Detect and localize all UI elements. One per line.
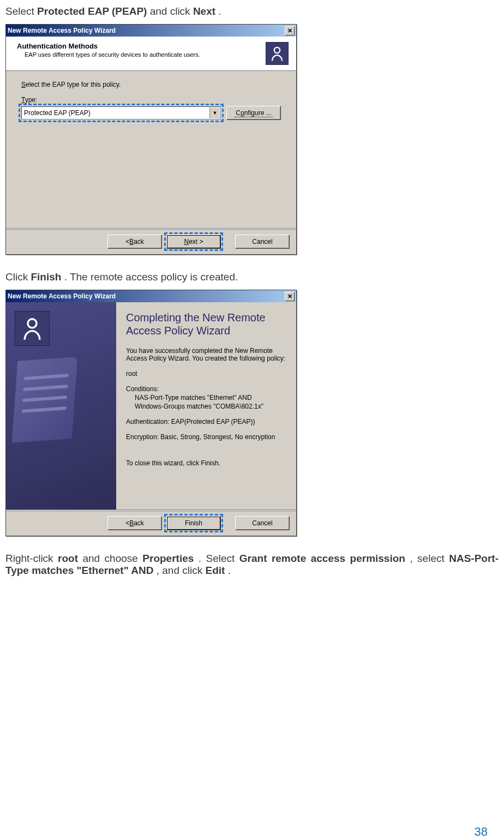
text: Right-click bbox=[5, 553, 58, 564]
window-title: New Remote Access Policy Wizard bbox=[8, 27, 116, 34]
completing-title: Completing the New Remote Access Policy … bbox=[126, 311, 286, 337]
eap-type-value: Protected EAP (PEAP) bbox=[24, 109, 91, 117]
configure-button[interactable]: Configure ... bbox=[226, 106, 281, 120]
conditions-label: Conditions: bbox=[126, 385, 286, 393]
wizard-person-icon bbox=[15, 311, 50, 346]
titlebar[interactable]: New Remote Access Policy Wizard ✕ bbox=[6, 25, 296, 37]
text: , select bbox=[410, 553, 449, 564]
instruction-1: Select Protected EAP (PEAP) and click Ne… bbox=[5, 5, 499, 17]
wizard-button-bar: < Back Next > Cancel bbox=[6, 229, 296, 254]
back-button[interactable]: < Back bbox=[107, 235, 162, 249]
svg-point-1 bbox=[28, 319, 37, 328]
text-bold: root bbox=[58, 553, 78, 564]
document-illustration-icon bbox=[12, 357, 77, 443]
policy-name: root bbox=[126, 370, 286, 377]
text-bold: Properties bbox=[142, 553, 194, 564]
text-bold: Protected EAP (PEAP) bbox=[37, 5, 147, 17]
wizard-header: Authentication Methods EAP uses differen… bbox=[6, 37, 296, 71]
summary-intro: You have successfully completed the New … bbox=[126, 347, 286, 362]
spacer bbox=[225, 516, 231, 530]
next-button[interactable]: Next > bbox=[166, 235, 221, 249]
type-row: Protected EAP (PEAP) ▼ Configure ... bbox=[21, 106, 281, 120]
wizard-auth-methods: New Remote Access Policy Wizard ✕ Authen… bbox=[5, 24, 297, 255]
document-page: Select Protected EAP (PEAP) and click Ne… bbox=[5, 5, 499, 839]
text-bold: Next bbox=[193, 5, 215, 17]
spacer bbox=[225, 235, 231, 249]
svg-point-0 bbox=[274, 47, 280, 53]
type-label: Type: bbox=[21, 96, 281, 104]
wizard-completing: New Remote Access Policy Wizard ✕ Comple… bbox=[5, 290, 297, 536]
close-icon[interactable]: ✕ bbox=[285, 292, 295, 301]
cancel-button[interactable]: Cancel bbox=[235, 516, 290, 530]
text: Select bbox=[5, 5, 37, 17]
wizard-main-panel: Completing the New Remote Access Policy … bbox=[116, 302, 296, 510]
text: . bbox=[218, 5, 221, 17]
back-button[interactable]: < Back bbox=[107, 516, 162, 530]
text: and choose bbox=[82, 553, 142, 564]
finish-button[interactable]: Finish bbox=[166, 516, 221, 530]
text-bold: Edit bbox=[205, 565, 225, 576]
text: . Select bbox=[199, 553, 239, 564]
close-instruction: To close this wizard, click Finish. bbox=[126, 459, 286, 467]
wizard-body: SSelect the EAP type for this policy.ele… bbox=[6, 71, 296, 228]
text-bold: Grant remote access permission bbox=[239, 553, 405, 564]
condition-1: NAS-Port-Type matches "Ethernet" AND bbox=[135, 394, 286, 401]
text: . bbox=[228, 565, 231, 576]
close-icon[interactable]: ✕ bbox=[285, 26, 295, 35]
header-title: Authentication Methods bbox=[17, 42, 266, 50]
instruction-3: Right-click root and choose Properties .… bbox=[5, 553, 499, 577]
authentication-line: Authentication: EAP(Protected EAP (PEAP)… bbox=[126, 418, 286, 426]
text: , and click bbox=[157, 565, 206, 576]
text-bold: Finish bbox=[31, 271, 61, 283]
text: . The remote access policy is created. bbox=[64, 271, 238, 283]
chevron-down-icon[interactable]: ▼ bbox=[209, 107, 220, 118]
wizard-body: Completing the New Remote Access Policy … bbox=[6, 302, 296, 510]
select-eap-label: SSelect the EAP type for this policy.ele… bbox=[21, 81, 281, 88]
page-number: 38 bbox=[475, 825, 488, 839]
eap-type-dropdown[interactable]: Protected EAP (PEAP) ▼ bbox=[21, 106, 221, 119]
cancel-button[interactable]: Cancel bbox=[235, 235, 290, 249]
wizard-button-bar: < Back Finish Cancel bbox=[6, 510, 296, 536]
wizard-header-text: Authentication Methods EAP uses differen… bbox=[17, 42, 266, 58]
instruction-2: Click Finish . The remote access policy … bbox=[5, 271, 499, 283]
titlebar[interactable]: New Remote Access Policy Wizard ✕ bbox=[6, 290, 296, 302]
encryption-line: Encryption: Basic, Strong, Strongest, No… bbox=[126, 433, 286, 441]
text: Click bbox=[5, 271, 31, 283]
wizard-person-icon bbox=[266, 42, 289, 65]
window-title: New Remote Access Policy Wizard bbox=[8, 292, 116, 300]
condition-2: Windows-Groups matches "COMBA\802.1x" bbox=[135, 403, 286, 410]
header-subtitle: EAP uses different types of security dev… bbox=[25, 51, 266, 58]
wizard-side-panel bbox=[6, 302, 116, 510]
text: and click bbox=[150, 5, 193, 17]
